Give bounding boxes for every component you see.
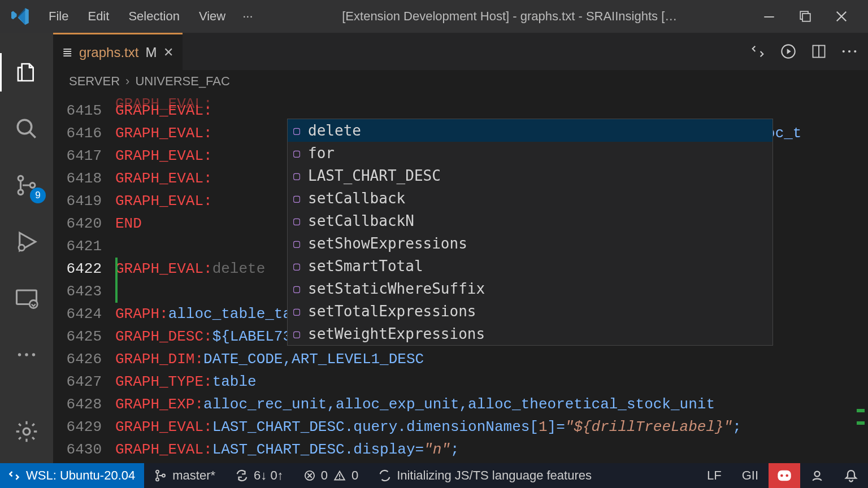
svg-rect-2 (802, 14, 810, 21)
status-problems[interactable]: 0 0 (294, 468, 369, 483)
svg-point-17 (843, 50, 845, 53)
overview-ruler[interactable] (854, 93, 865, 463)
symbol-icon: ▢ (293, 255, 300, 277)
status-branch[interactable]: master* (144, 468, 225, 483)
suggest-item[interactable]: ▢delete (288, 119, 772, 142)
svg-point-11 (25, 353, 28, 356)
svg-point-20 (156, 470, 159, 473)
svg-point-7 (19, 245, 25, 251)
symbol-icon: ▢ (293, 187, 300, 210)
svg-point-29 (815, 472, 820, 477)
suggest-item[interactable]: ▢for (288, 142, 772, 164)
activity-overflow-icon[interactable] (11, 339, 42, 371)
suggest-item[interactable]: ▢setTotalExpressions (288, 300, 772, 323)
svg-point-10 (18, 353, 21, 356)
tab-filename: graphs.txt (79, 45, 138, 60)
symbol-icon: ▢ (293, 232, 300, 255)
svg-point-19 (854, 50, 856, 53)
remote-indicator[interactable]: WSL: Ubuntu-20.04 (0, 463, 144, 488)
file-icon: ≣ (62, 45, 72, 60)
status-sync[interactable]: 6↓ 0↑ (225, 468, 294, 483)
split-editor-icon[interactable] (809, 42, 828, 61)
explorer-icon[interactable] (11, 56, 42, 88)
breadcrumb-segment[interactable]: UNIVERSE_FAC (135, 74, 230, 89)
suggest-item[interactable]: ▢LAST_CHART_DESC (288, 164, 772, 187)
menu-edit[interactable]: Edit (80, 6, 117, 27)
svg-point-13 (23, 428, 30, 435)
symbol-icon: ▢ (293, 164, 300, 187)
status-task[interactable]: Initializing JS/TS language features (368, 468, 602, 483)
run-icon[interactable] (779, 42, 798, 61)
menu-selection[interactable]: Selection (120, 6, 188, 27)
svg-point-6 (30, 183, 35, 188)
minimize-icon[interactable] (761, 8, 778, 25)
editor-actions (748, 33, 868, 70)
menu-file[interactable]: File (41, 6, 76, 27)
svg-point-5 (18, 190, 23, 195)
title-bar: File Edit Selection View ··· [Extension … (0, 0, 868, 33)
chevron-right-icon: › (125, 74, 129, 89)
suggest-item[interactable]: ▢setSmartTotal (288, 255, 772, 277)
symbol-icon: ▢ (293, 119, 300, 142)
run-debug-icon[interactable] (11, 226, 42, 258)
menu-overflow-icon[interactable]: ··· (237, 6, 258, 27)
svg-point-27 (780, 474, 783, 477)
svg-point-18 (848, 50, 850, 53)
symbol-icon: ▢ (293, 300, 300, 323)
svg-point-22 (162, 474, 165, 477)
status-bar: WSL: Ubuntu-20.04 master* 6↓ 0↑ 0 0 Init… (0, 463, 868, 488)
suggest-widget[interactable]: ▢delete ▢for ▢LAST_CHART_DESC ▢setCallba… (287, 119, 773, 346)
status-copilot-icon[interactable] (769, 463, 800, 488)
line-gutter: 6415 6416 6417 6418 6419 6420 6421 6422 … (53, 93, 115, 463)
window-title: [Extension Development Host] - graphs.tx… (259, 9, 761, 24)
tab-bar: ≣ graphs.txt M ✕ (53, 33, 868, 70)
status-notifications-icon[interactable] (834, 469, 868, 482)
scm-badge: 9 (30, 188, 46, 203)
symbol-icon: ▢ (293, 277, 300, 300)
editor-more-icon[interactable] (840, 42, 859, 61)
status-eol[interactable]: LF (697, 468, 732, 483)
suggest-item[interactable]: ▢setStaticWhereSuffix (288, 277, 772, 300)
suggest-item[interactable]: ▢setWeightExpressions (288, 323, 772, 345)
svg-point-28 (785, 474, 788, 477)
vscode-logo-icon (10, 6, 32, 27)
settings-gear-icon[interactable] (11, 416, 42, 447)
svg-rect-0 (764, 16, 774, 18)
compare-changes-icon[interactable] (748, 42, 767, 61)
svg-point-21 (156, 478, 159, 481)
tab-modified-indicator: M (145, 45, 157, 60)
tab-graphs-txt[interactable]: ≣ graphs.txt M ✕ (53, 33, 183, 70)
status-feedback-icon[interactable] (800, 469, 834, 482)
svg-point-25 (339, 478, 340, 479)
source-control-icon[interactable]: 9 (11, 169, 42, 201)
symbol-icon: ▢ (293, 142, 300, 164)
suggest-item[interactable]: ▢setCallbackN (288, 210, 772, 232)
activity-bar: 9 (0, 33, 53, 463)
window-controls (761, 8, 862, 25)
search-icon[interactable] (11, 113, 42, 145)
remote-explorer-icon[interactable] (11, 282, 42, 314)
code-editor[interactable]: 6415 6416 6417 6418 6419 6420 6421 6422 … (53, 93, 868, 463)
maximize-icon[interactable] (797, 8, 814, 25)
close-icon[interactable] (833, 8, 850, 25)
breadcrumb[interactable]: SERVER › UNIVERSE_FAC (53, 70, 868, 93)
symbol-icon: ▢ (293, 323, 300, 345)
svg-rect-26 (778, 470, 791, 481)
suggest-item[interactable]: ▢setCallback (288, 187, 772, 210)
breadcrumb-segment[interactable]: SERVER (69, 74, 120, 89)
symbol-icon: ▢ (293, 210, 300, 232)
svg-point-3 (18, 120, 32, 134)
status-language[interactable]: GII (732, 468, 769, 483)
svg-point-4 (18, 176, 23, 181)
svg-point-12 (32, 353, 35, 356)
editor-area: ≣ graphs.txt M ✕ SERVE (53, 33, 868, 463)
suggest-item[interactable]: ▢setShowExpressions (288, 232, 772, 255)
tab-close-icon[interactable]: ✕ (163, 45, 173, 60)
menu-view[interactable]: View (191, 6, 233, 27)
menu-bar: File Edit Selection View ··· (41, 6, 259, 27)
